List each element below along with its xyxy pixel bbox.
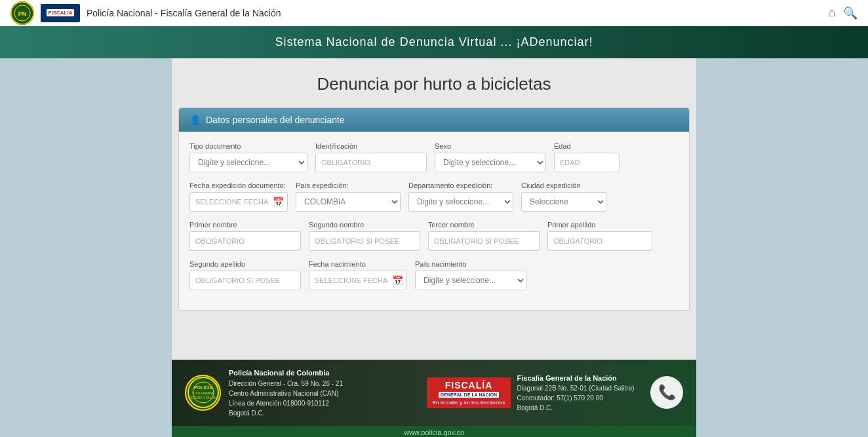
form-container: Denuncia por hurto a bicicletas 👤 Datos … — [172, 58, 696, 360]
tipo-documento-select[interactable]: Digite y seleccione... — [189, 153, 307, 172]
fiscalia-logo: FISCALÍA — [41, 4, 80, 22]
fecha-nacimiento-wrapper: 📅 — [309, 271, 407, 290]
ciudad-expedicion-label: Ciudad expedición — [521, 181, 606, 189]
pais-expedicion-select[interactable]: COLOMBIA — [296, 192, 401, 212]
form-card-header: 👤 Datos personales del denunciante — [179, 108, 689, 132]
form-header-icon: 👤 — [189, 115, 201, 125]
fecha-expedicion-group: Fecha expedición documento: 📅 — [189, 181, 288, 212]
pais-nacimiento-select[interactable]: Digite y seleccione... — [415, 271, 526, 290]
form-body: Tipo documento Digite y seleccione... Id… — [179, 132, 689, 310]
segundo-apellido-group: Segundo apellido — [189, 260, 301, 290]
primer-apellido-label: Primer apellido — [547, 221, 652, 229]
calendar-icon[interactable]: 📅 — [273, 197, 284, 207]
header-right: ⌂ 🔍 — [828, 6, 858, 20]
pais-expedicion-label: País expedición: — [296, 181, 401, 189]
phone-icon: 📞 — [658, 384, 676, 401]
form-row-3: Primer nombre Segundo nombre Tercer nomb… — [189, 221, 679, 251]
ciudad-expedicion-select[interactable]: Seleccione — [521, 192, 606, 212]
identificacion-group: Identificación — [315, 142, 427, 172]
svg-text:PN: PN — [18, 10, 27, 17]
fecha-expedicion-label: Fecha expedición documento: — [189, 181, 288, 189]
segundo-apellido-input[interactable] — [189, 271, 301, 290]
fiscalia-logo-text: FISCALÍA — [445, 380, 493, 390]
edad-input[interactable] — [554, 153, 620, 172]
search-icon[interactable]: 🔍 — [843, 6, 858, 20]
form-header-text: Datos personales del denunciante — [206, 115, 345, 125]
tercer-nombre-label: Tercer nombre — [428, 221, 540, 229]
fiscalia-name: Fiscalía General de la Nación — [517, 374, 617, 382]
primer-nombre-group: Primer nombre — [189, 221, 301, 251]
segundo-nombre-label: Segundo nombre — [309, 221, 420, 229]
fiscalia-address: Diagonal 22B No. 52-01 (Ciudad Salitre) — [517, 385, 635, 392]
banner-text: Sistema Nacional de Denuncia Virtual ...… — [275, 35, 593, 48]
pais-nacimiento-group: País nacimiento Digite y seleccione... — [415, 260, 526, 290]
page-footer: POLICÍA COLOMBIA SEGURA Y EN PAZ Policía… — [172, 360, 696, 426]
departamento-expedicion-select[interactable]: Digite y seleccione... — [408, 192, 513, 212]
tercer-nombre-group: Tercer nombre — [428, 221, 540, 251]
edad-label: Edad — [554, 142, 620, 150]
sexo-select[interactable]: Digite y seleccione... — [435, 153, 546, 172]
segundo-nombre-group: Segundo nombre — [309, 221, 420, 251]
fiscalia-tagline: En la calle y en los territorios — [432, 400, 505, 406]
edad-group: Edad — [554, 142, 620, 172]
identificacion-label: Identificación — [315, 142, 427, 150]
fecha-expedicion-wrapper: 📅 — [189, 192, 288, 212]
calendar-nacimiento-icon[interactable]: 📅 — [392, 275, 403, 286]
banner: Sistema Nacional de Denuncia Virtual ...… — [0, 26, 868, 58]
fiscalia-logo-sub: GENERAL DE LA NACIÓN — [439, 392, 499, 398]
fecha-nacimiento-group: Fecha nacimiento 📅 — [309, 260, 407, 290]
identificacion-input[interactable] — [315, 153, 427, 172]
top-header: PN FISCALÍA Policía Nacional - Fiscalía … — [0, 0, 868, 26]
footer-phone: 📞 — [650, 376, 683, 409]
svg-text:COLOMBIA: COLOMBIA — [193, 391, 214, 395]
segundo-nombre-input[interactable] — [309, 231, 420, 251]
police-emblem: PN — [10, 1, 34, 25]
fiscalia-conmutador: Conmutador: 57(1) 570 20 00 — [517, 394, 603, 402]
pais-nacimiento-label: País nacimiento — [415, 260, 526, 268]
police-name: Policía Nacional de Colombia — [229, 369, 329, 377]
primer-nombre-input[interactable] — [189, 231, 301, 251]
fecha-nacimiento-label: Fecha nacimiento — [309, 260, 407, 268]
primer-nombre-label: Primer nombre — [189, 221, 301, 229]
website-url: www.policia.gov.co — [404, 428, 464, 436]
page-title: Denuncia por hurto a bicicletas — [172, 58, 696, 107]
header-title: Policía Nacional - Fiscalía General de l… — [87, 8, 281, 18]
form-row-1: Tipo documento Digite y seleccione... Id… — [189, 142, 679, 172]
tipo-documento-group: Tipo documento Digite y seleccione... — [189, 142, 307, 172]
tipo-documento-label: Tipo documento — [189, 142, 307, 150]
header-left: PN FISCALÍA Policía Nacional - Fiscalía … — [10, 1, 281, 25]
form-row-4: Segundo apellido Fecha nacimiento 📅 País — [189, 260, 679, 290]
form-card: 👤 Datos personales del denunciante Tipo … — [178, 107, 690, 311]
footer-police: POLICÍA COLOMBIA SEGURA Y EN PAZ Policía… — [185, 368, 411, 418]
sexo-label: Sexo — [435, 142, 546, 150]
police-line: Línea de Atención 018000-910112 — [229, 400, 329, 407]
segundo-apellido-label: Segundo apellido — [189, 260, 301, 268]
form-row-2: Fecha expedición documento: 📅 País exped… — [189, 181, 679, 212]
police-address: Dirección General - Cra. 59 No. 26 - 21 — [229, 380, 343, 387]
ciudad-expedicion-group: Ciudad expedición Seleccione — [521, 181, 606, 212]
svg-text:SEGURA Y EN PAZ: SEGURA Y EN PAZ — [188, 396, 217, 400]
police-city: Bogotá D.C. — [229, 409, 264, 417]
main-content: Denuncia por hurto a bicicletas 👤 Datos … — [172, 58, 696, 437]
fiscalia-city: Bogotá D.C. — [517, 404, 553, 411]
police-center: Centro Administrativo Nacional (CAN) — [229, 390, 338, 397]
sexo-group: Sexo Digite y seleccione... — [435, 142, 546, 172]
footer-fiscalia-text: Fiscalía General de la Nación Diagonal 2… — [517, 373, 635, 413]
fiscalia-logo-box: FISCALÍA GENERAL DE LA NACIÓN En la call… — [427, 377, 510, 408]
police-logo: POLICÍA COLOMBIA SEGURA Y EN PAZ — [185, 375, 221, 411]
footer-fiscalia: FISCALÍA GENERAL DE LA NACIÓN En la call… — [418, 373, 644, 413]
departamento-expedicion-group: Departamento expedición: Digite y selecc… — [408, 181, 513, 212]
svg-text:POLICÍA: POLICÍA — [193, 385, 212, 390]
tercer-nombre-input[interactable] — [428, 231, 540, 251]
pais-expedicion-group: País expedición: COLOMBIA — [296, 181, 401, 212]
footer-police-text: Policía Nacional de Colombia Dirección G… — [229, 368, 343, 418]
primer-apellido-group: Primer apellido — [547, 221, 652, 251]
home-icon[interactable]: ⌂ — [828, 6, 835, 20]
primer-apellido-input[interactable] — [547, 231, 652, 251]
footer-url: www.policia.gov.co — [172, 426, 696, 438]
departamento-expedicion-label: Departamento expedición: — [408, 181, 513, 189]
